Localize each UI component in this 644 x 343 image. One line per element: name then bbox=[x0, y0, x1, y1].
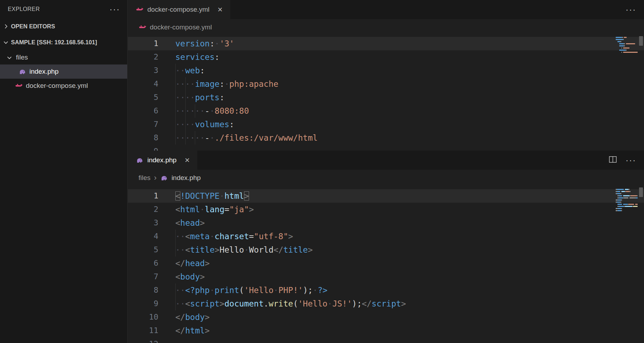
code-line-1[interactable]: 1version:·'3' bbox=[128, 37, 644, 50]
tab-bar: docker-compose.yml × ··· bbox=[128, 0, 644, 19]
breadcrumb-item[interactable]: index.php bbox=[171, 174, 200, 182]
breadcrumb-separator-icon: › bbox=[154, 174, 157, 182]
indent-guide bbox=[185, 131, 186, 145]
code-line-11[interactable]: 11</html> bbox=[128, 324, 644, 337]
code-line-9[interactable]: 9 bbox=[128, 145, 644, 151]
indent-guide bbox=[175, 77, 176, 91]
code-editor-index-php[interactable]: 1<!DOCTYPE·html>2<html·lang="ja">3<head>… bbox=[128, 186, 644, 343]
indent-guide bbox=[185, 118, 186, 131]
indent-guide bbox=[175, 131, 176, 145]
indent-guide bbox=[185, 77, 186, 91]
scrollbar-thumb[interactable] bbox=[639, 187, 643, 197]
tab-docker-compose-yml[interactable]: docker-compose.yml × bbox=[128, 0, 230, 19]
line-number: 12 bbox=[128, 337, 163, 343]
line-content: <head> bbox=[163, 216, 205, 230]
code-line-9[interactable]: 9··<script>document.write('Hello·JS!');<… bbox=[128, 297, 644, 310]
tree-item-label: docker-compose.yml bbox=[26, 82, 88, 90]
line-number: 10 bbox=[128, 310, 163, 324]
docker-icon bbox=[139, 24, 146, 31]
indent-guide bbox=[175, 64, 176, 77]
line-content: </html> bbox=[163, 324, 210, 337]
indent-guide bbox=[195, 131, 195, 145]
tab-index-php[interactable]: index.php × bbox=[128, 151, 197, 170]
line-content: ··<meta·charset="utf-8"> bbox=[163, 230, 293, 243]
section-label: SAMPLE [SSH: 192.168.56.101] bbox=[11, 39, 97, 46]
line-number: 1 bbox=[128, 189, 163, 203]
tree-item-label: index.php bbox=[29, 68, 58, 75]
indent-guide bbox=[175, 230, 176, 243]
line-content: ··<script>document.write('Hello·JS!');</… bbox=[163, 297, 406, 310]
sidebar-more-icon[interactable]: ··· bbox=[109, 5, 120, 13]
code-line-2[interactable]: 2<html·lang="ja"> bbox=[128, 203, 644, 216]
code-line-3[interactable]: 3··web: bbox=[128, 64, 644, 77]
split-editor-icon[interactable] bbox=[609, 155, 617, 165]
explorer-sidebar: EXPLORER ··· OPEN EDITORS SAMPLE [SSH: 1… bbox=[0, 0, 128, 343]
scrollbar-thumb[interactable] bbox=[639, 36, 643, 46]
file-tree: filesindex.phpdocker-compose.yml bbox=[0, 50, 127, 93]
indent-guide bbox=[175, 91, 176, 104]
tree-item-files[interactable]: files bbox=[0, 50, 127, 64]
editor-group-index-php: index.php × ··· files › index.php 1<!DOC… bbox=[128, 151, 644, 343]
docker-icon bbox=[15, 82, 23, 90]
code-line-2[interactable]: 2services: bbox=[128, 50, 644, 64]
sidebar-title: EXPLORER bbox=[8, 6, 40, 12]
line-content: ····volumes: bbox=[163, 118, 234, 131]
editor-group-docker-compose: docker-compose.yml × ··· docker-compose.… bbox=[128, 0, 644, 151]
tree-item-label: files bbox=[16, 54, 28, 61]
code-line-8[interactable]: 8······-·./files:/var/www/html bbox=[128, 131, 644, 145]
section-sample-ssh[interactable]: SAMPLE [SSH: 192.168.56.101] bbox=[0, 34, 127, 50]
code-line-6[interactable]: 6</head> bbox=[128, 257, 644, 270]
line-content: ····ports: bbox=[163, 91, 225, 104]
line-number: 8 bbox=[128, 131, 163, 145]
tree-item-index-php[interactable]: index.php bbox=[0, 64, 127, 79]
line-number: 2 bbox=[128, 203, 163, 216]
code-line-4[interactable]: 4····image:·php:apache bbox=[128, 77, 644, 91]
tab-label: index.php bbox=[147, 156, 176, 164]
line-content: ····image:·php:apache bbox=[163, 77, 278, 91]
code-line-1[interactable]: 1<!DOCTYPE·html> bbox=[128, 189, 644, 203]
breadcrumb-item[interactable]: files bbox=[139, 174, 151, 182]
code-line-10[interactable]: 10</body> bbox=[128, 310, 644, 324]
code-line-7[interactable]: 7<body> bbox=[128, 270, 644, 283]
minimap-line bbox=[616, 212, 638, 214]
minimap[interactable] bbox=[616, 36, 638, 55]
minimap[interactable] bbox=[616, 188, 638, 214]
more-actions-icon[interactable]: ··· bbox=[626, 5, 636, 14]
line-content bbox=[163, 337, 175, 343]
close-icon[interactable]: × bbox=[218, 5, 222, 14]
line-number: 6 bbox=[128, 104, 163, 118]
line-number: 9 bbox=[128, 145, 163, 151]
code-line-4[interactable]: 4··<meta·charset="utf-8"> bbox=[128, 230, 644, 243]
indent-guide bbox=[175, 104, 176, 118]
breadcrumb-item[interactable]: docker-compose.yml bbox=[150, 23, 212, 31]
tab-label: docker-compose.yml bbox=[147, 6, 209, 13]
line-content: ··<?php·print('Hello·PHP!');·?> bbox=[163, 283, 327, 297]
line-content: </body> bbox=[163, 310, 210, 324]
line-number: 7 bbox=[128, 270, 163, 283]
indent-guide bbox=[175, 243, 176, 257]
chevron-down-icon bbox=[6, 55, 13, 61]
code-line-5[interactable]: 5··<title>Hello·World</title> bbox=[128, 243, 644, 257]
more-actions-icon[interactable]: ··· bbox=[626, 156, 636, 164]
indent-guide bbox=[175, 118, 176, 131]
tree-item-docker-compose-yml[interactable]: docker-compose.yml bbox=[0, 79, 127, 93]
editor-area: docker-compose.yml × ··· docker-compose.… bbox=[128, 0, 644, 343]
indent-guide bbox=[185, 91, 186, 104]
code-line-5[interactable]: 5····ports: bbox=[128, 91, 644, 104]
close-icon[interactable]: × bbox=[185, 156, 190, 164]
code-line-8[interactable]: 8··<?php·print('Hello·PHP!');·?> bbox=[128, 283, 644, 297]
code-line-12[interactable]: 12 bbox=[128, 337, 644, 343]
line-number: 2 bbox=[128, 50, 163, 64]
line-content: ··<title>Hello·World</title> bbox=[163, 243, 313, 257]
code-line-6[interactable]: 6······-·8080:80 bbox=[128, 104, 644, 118]
line-content: services: bbox=[163, 50, 220, 64]
code-line-7[interactable]: 7····volumes: bbox=[128, 118, 644, 131]
code-line-3[interactable]: 3<head> bbox=[128, 216, 644, 230]
minimap-line bbox=[616, 53, 638, 55]
line-content bbox=[163, 145, 175, 151]
line-number: 9 bbox=[128, 297, 163, 310]
code-editor-docker-compose[interactable]: 1version:·'3'2services:3··web:4····image… bbox=[128, 35, 644, 151]
line-content: <html·lang="ja"> bbox=[163, 203, 254, 216]
php-icon bbox=[18, 68, 26, 75]
section-open-editors[interactable]: OPEN EDITORS bbox=[0, 18, 127, 34]
